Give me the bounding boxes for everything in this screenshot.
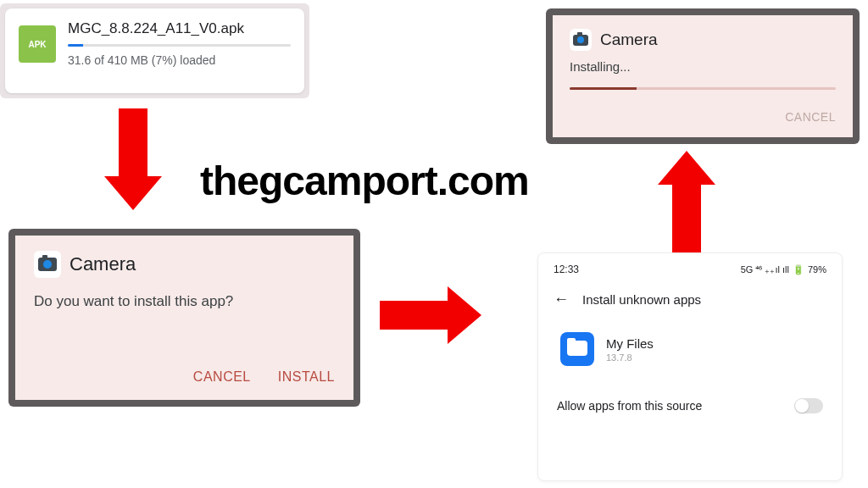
battery-pct: 79% [808, 264, 826, 274]
source-app-version: 13.7.8 [606, 352, 654, 363]
watermark-text: thegcamport.com [200, 158, 529, 204]
cancel-button[interactable]: CANCEL [193, 369, 251, 385]
status-time: 12:33 [554, 263, 579, 275]
status-bar: 12:33 5G ⁴⁶ ₊₊ıl ıll 🔋 79% [554, 263, 826, 275]
settings-header: ← Install unknown apps [554, 291, 826, 308]
installing-dialog: Camera Installing... CANCEL [553, 15, 853, 137]
settings-page-title: Install unknown apps [582, 292, 701, 307]
download-progress-bar [68, 44, 291, 47]
download-panel: APK MGC_8.8.224_A11_V0.apk 31.6 of 410 M… [0, 3, 309, 98]
allow-toggle[interactable] [794, 398, 823, 413]
installing-cancel-button[interactable]: CANCEL [570, 110, 836, 124]
status-right: 5G ⁴⁶ ₊₊ıl ıll 🔋 79% [741, 263, 826, 275]
install-question-text: Do you want to install this app? [34, 293, 335, 310]
allow-toggle-label: Allow apps from this source [557, 399, 702, 413]
installing-progress-bar [570, 87, 836, 90]
install-button[interactable]: INSTALL [278, 369, 335, 385]
download-card: APK MGC_8.8.224_A11_V0.apk 31.6 of 410 M… [5, 8, 304, 93]
camera-icon [34, 251, 61, 278]
source-app-name: My Files [606, 336, 654, 351]
unknown-apps-panel: 12:33 5G ⁴⁶ ₊₊ıl ıll 🔋 79% ← Install unk… [537, 252, 843, 481]
back-arrow-icon[interactable]: ← [554, 291, 569, 308]
installing-progress-fill [570, 87, 637, 90]
install-prompt-panel: Camera Do you want to install this app? … [8, 229, 360, 407]
installing-status-text: Installing... [570, 59, 836, 74]
source-app-info: My Files 13.7.8 [554, 332, 826, 366]
install-button-row: CANCEL INSTALL [34, 352, 335, 385]
download-filename: MGC_8.8.224_A11_V0.apk [68, 20, 291, 37]
apk-icon: APK [19, 25, 56, 63]
installing-app-name: Camera [600, 30, 658, 49]
folder-icon [560, 332, 594, 366]
apk-icon-label: APK [28, 40, 46, 49]
battery-icon: 🔋 [793, 264, 804, 275]
installing-panel: Camera Installing... CANCEL [546, 8, 860, 144]
network-icons: 5G ⁴⁶ ₊₊ıl ıll [741, 264, 789, 275]
download-progress-fill [68, 44, 83, 47]
camera-icon [570, 29, 592, 51]
install-app-name: Camera [70, 253, 136, 275]
source-app-text: My Files 13.7.8 [606, 336, 654, 363]
allow-toggle-row: Allow apps from this source [554, 391, 826, 420]
installing-app-header: Camera [570, 29, 836, 51]
download-info: MGC_8.8.224_A11_V0.apk 31.6 of 410 MB (7… [68, 20, 291, 67]
install-prompt-dialog: Camera Do you want to install this app? … [15, 236, 353, 400]
install-app-header: Camera [34, 251, 335, 278]
download-status-text: 31.6 of 410 MB (7%) loaded [68, 53, 291, 67]
